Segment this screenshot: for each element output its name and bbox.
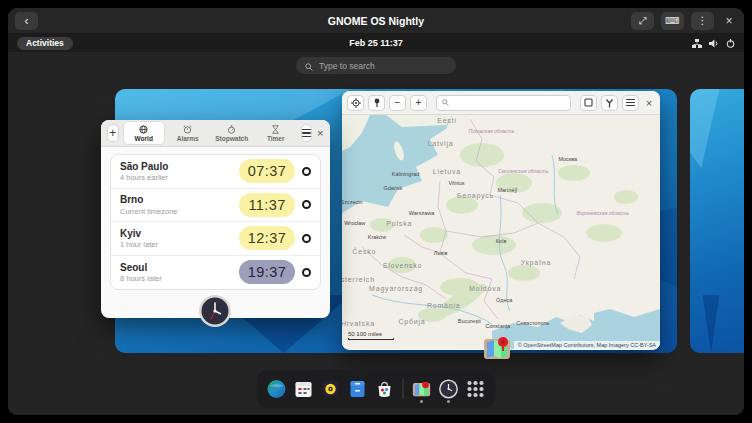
tab-timer-label: Timer xyxy=(267,135,285,142)
kebab-menu-icon: ⋮ xyxy=(698,16,708,26)
plus-icon: + xyxy=(109,127,116,139)
close-icon: × xyxy=(725,14,732,28)
map-label: Львів xyxy=(434,250,448,256)
menu-button[interactable]: ⋮ xyxy=(691,12,714,30)
map-label: Севастополь xyxy=(516,320,549,326)
map-label: Беларусь xyxy=(457,191,494,198)
hamburger-menu-icon xyxy=(302,129,311,137)
maps-window[interactable]: − + xyxy=(342,91,660,350)
shell-clock[interactable]: Feb 25 11:37 xyxy=(8,38,744,48)
clocks-menu-button[interactable] xyxy=(301,124,313,142)
map-label: Wrocław xyxy=(344,220,365,226)
search-input[interactable]: Type to search xyxy=(296,57,456,74)
time-badge: 12:37 xyxy=(239,226,295,250)
dash-dock xyxy=(257,370,496,408)
dock-item-software[interactable] xyxy=(374,376,396,402)
route-icon xyxy=(605,98,614,108)
dock-item-web-browser[interactable] xyxy=(266,376,288,402)
fullscreen-icon: ⤢ xyxy=(639,16,647,26)
map-label: Kaliningrad xyxy=(392,171,420,177)
timezone-offset: 1 hour later xyxy=(120,240,158,249)
close-icon: × xyxy=(317,127,323,139)
add-clock-button[interactable]: + xyxy=(107,124,119,142)
clocks-icon xyxy=(439,379,459,399)
map-label: Одеса xyxy=(496,297,512,303)
map-label: Polska xyxy=(386,219,412,226)
activities-overview: Type to search xyxy=(8,52,744,415)
network-icon xyxy=(692,39,702,48)
maps-menu-button[interactable] xyxy=(622,95,639,111)
map-label: Česko xyxy=(352,247,376,254)
map-scale: 50 100 miles xyxy=(348,331,394,340)
dock-item-music[interactable] xyxy=(320,376,342,402)
layers-button[interactable] xyxy=(580,95,597,111)
plus-icon: + xyxy=(416,98,422,108)
hamburger-menu-icon xyxy=(626,99,635,107)
fullscreen-button[interactable]: ⤢ xyxy=(631,12,654,30)
map-label: Воронежская область xyxy=(576,210,629,216)
tab-timer[interactable]: Timer xyxy=(255,121,297,145)
map-label: Hrvatska xyxy=(342,320,375,327)
workspace-next[interactable] xyxy=(690,89,744,353)
wallpaper-shape xyxy=(690,89,744,353)
clocks-close-button[interactable]: × xyxy=(316,127,324,139)
hourglass-icon xyxy=(271,125,280,134)
dock-item-files[interactable] xyxy=(347,376,369,402)
map-labels: EestiLatvijaLietuvaVilniusKaliningradGda… xyxy=(342,115,660,349)
close-icon: × xyxy=(646,97,652,109)
tab-alarms-label: Alarms xyxy=(177,135,199,142)
dock-item-calendar[interactable] xyxy=(293,376,315,402)
tab-stopwatch[interactable]: Stopwatch xyxy=(211,121,253,145)
map-label: Constanța xyxy=(485,323,510,329)
screenshot-root: ‹ GNOME OS Nightly ⤢ ⌨ ⋮ × Activities xyxy=(0,0,752,423)
zoom-in-button[interactable]: + xyxy=(410,95,427,111)
timezone-offset: 4 hours earlier xyxy=(120,173,168,182)
maps-close-button[interactable]: × xyxy=(643,97,655,109)
goto-location-button[interactable] xyxy=(347,95,364,111)
route-button[interactable] xyxy=(601,95,618,111)
tab-alarms[interactable]: Alarms xyxy=(167,121,209,145)
power-icon xyxy=(726,39,735,48)
dock-item-maps[interactable] xyxy=(411,376,433,402)
map-label: Київ xyxy=(496,238,507,244)
clocks-window[interactable]: + World Alarms Stopwatch xyxy=(101,120,330,318)
system-tray[interactable] xyxy=(692,39,735,48)
city-name: Brno xyxy=(120,194,178,207)
search-placeholder: Type to search xyxy=(319,61,375,71)
map-label: România xyxy=(427,301,461,308)
volume-icon xyxy=(709,39,719,48)
map-label: Eesti xyxy=(437,116,457,123)
clock-row-seoul[interactable]: Seoul 8 hours later 19:37 xyxy=(111,256,320,290)
zoom-out-button[interactable]: − xyxy=(389,95,406,111)
maps-app-icon[interactable] xyxy=(482,333,512,363)
clocks-headerbar: + World Alarms Stopwatch xyxy=(101,120,330,147)
clock-row-sao-paulo[interactable]: São Paulo 4 hours earlier 07:37 xyxy=(111,155,320,189)
map-label: Magyarország xyxy=(369,285,423,292)
dock-item-app-grid[interactable] xyxy=(465,376,487,402)
minus-icon: − xyxy=(395,98,401,108)
dock-item-clocks[interactable] xyxy=(438,376,460,402)
clocks-app-icon[interactable] xyxy=(198,294,232,328)
time-badge: 11:37 xyxy=(239,193,295,217)
app-grid-icon xyxy=(468,381,484,397)
clock-row-kyiv[interactable]: Kyiv 1 hour later 12:37 xyxy=(111,222,320,256)
map-label: Lietuva xyxy=(433,168,461,175)
tab-world[interactable]: World xyxy=(123,121,165,145)
map-label: Latvija xyxy=(428,140,454,147)
close-window-button[interactable]: × xyxy=(721,13,737,29)
vm-viewer-window: ‹ GNOME OS Nightly ⤢ ⌨ ⋮ × Activities xyxy=(8,8,744,415)
city-name: São Paulo xyxy=(120,161,168,174)
map-canvas[interactable]: EestiLatvijaLietuvaVilniusKaliningradGda… xyxy=(342,115,660,349)
keyboard-button[interactable]: ⌨ xyxy=(661,12,684,30)
map-scale-bar xyxy=(348,338,394,340)
clock-row-brno[interactable]: Brno Current timezone 11:37 xyxy=(111,189,320,223)
calendar-icon xyxy=(295,380,313,398)
map-label: Österreich xyxy=(342,275,375,282)
maps-search-input[interactable] xyxy=(436,95,571,111)
marker-button[interactable] xyxy=(368,95,385,111)
clock-face-icon xyxy=(302,167,311,176)
shell-top-bar: Activities Feb 25 11:37 xyxy=(8,34,744,52)
pin-icon xyxy=(374,98,380,108)
map-label: București xyxy=(458,318,481,324)
map-label: Szczecin xyxy=(342,199,363,205)
